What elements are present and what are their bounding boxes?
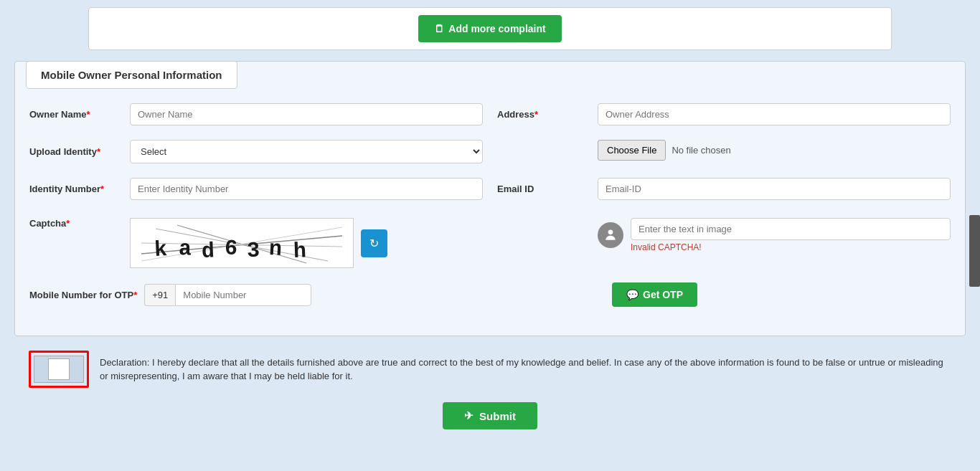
captcha-input-group: Captcha Input Invalid CAPTCHA! [497, 214, 951, 252]
no-file-text: No file chosen [672, 145, 730, 156]
form-card-header: Mobile Owner Personal Information [26, 61, 237, 89]
svg-text:k: k [154, 237, 168, 262]
scrollbar[interactable] [969, 215, 980, 287]
declaration-text: Declaration: I hereby declare that all t… [100, 356, 951, 384]
captcha-label: Captcha* [29, 218, 123, 229]
captcha-required: * [66, 218, 70, 229]
svg-point-13 [608, 230, 613, 235]
mobile-number-label: Mobile Number for OTP* [29, 290, 137, 300]
row-owner-address: Owner Name* Address* [29, 103, 951, 125]
captcha-svg: k a d 6 3 n h [141, 222, 342, 265]
add-complaint-label: Add more complaint [448, 22, 545, 35]
owner-name-group: Owner Name* [29, 103, 483, 125]
address-input[interactable] [598, 103, 951, 125]
upload-identity-group: Upload Identity* Select Aadhar Card PAN … [29, 140, 483, 163]
identity-number-group: Identity Number* [29, 178, 483, 200]
row-captcha: Captcha* k [29, 214, 951, 268]
row-mobile-otp: Mobile Number for OTP* +91 OTP 💬 Get OTP [29, 282, 951, 307]
add-complaint-button[interactable]: 🗒 Add more complaint [418, 15, 561, 42]
doc-icon: 🗒 [434, 22, 444, 35]
owner-name-input[interactable] [130, 103, 483, 125]
email-group: Email ID [497, 178, 951, 200]
invalid-captcha-message: Invalid CAPTCHA! [631, 242, 951, 252]
mobile-number-required: * [133, 290, 137, 300]
svg-text:h: h [293, 239, 306, 264]
identity-number-required: * [100, 184, 104, 194]
form-title: Mobile Owner Personal Information [41, 69, 222, 81]
owner-name-label: Owner Name* [29, 109, 123, 120]
captcha-refresh-button[interactable]: ↻ [361, 229, 387, 257]
identity-number-label: Identity Number* [29, 184, 123, 194]
address-required: * [534, 109, 538, 120]
captcha-input-wrapper: Invalid CAPTCHA! [631, 218, 951, 252]
form-body: Owner Name* Address* Upload Identity* [15, 103, 965, 307]
mobile-input-group: +91 [144, 284, 311, 306]
captcha-text-group: Invalid CAPTCHA! [598, 218, 951, 252]
get-otp-label: Get OTP [643, 289, 683, 300]
declaration-area: Declaration: I hereby declare that all t… [14, 351, 966, 388]
captcha-image: k a d 6 3 n h [130, 218, 354, 268]
upload-identity-label: Upload Identity* [29, 146, 123, 157]
toggle-checkbox[interactable] [48, 358, 70, 380]
submit-label: Submit [479, 410, 516, 422]
submit-area: ✈ Submit [14, 402, 966, 429]
page-wrapper: 🗒 Add more complaint Mobile Owner Person… [0, 0, 980, 458]
address-group: Address* [497, 103, 951, 125]
captcha-text-input[interactable] [631, 218, 951, 240]
svg-text:a: a [178, 237, 192, 262]
file-upload-group: Filler Choose File No file chosen [497, 140, 951, 161]
email-label: Email ID [497, 184, 590, 194]
upload-identity-required: * [97, 146, 100, 157]
row-identity-file: Upload Identity* Select Aadhar Card PAN … [29, 140, 951, 163]
mobile-number-input[interactable] [175, 284, 311, 306]
choose-file-button[interactable]: Choose File [598, 140, 666, 161]
upload-identity-select[interactable]: Select Aadhar Card PAN Card Passport Vot… [130, 140, 483, 163]
checkbox-inner [34, 356, 84, 383]
country-code: +91 [144, 284, 175, 306]
person-icon [598, 222, 623, 248]
svg-text:d: d [201, 239, 215, 264]
mobile-number-group: Mobile Number for OTP* +91 [29, 284, 483, 306]
address-label: Address* [497, 109, 590, 120]
svg-text:n: n [268, 237, 283, 262]
get-otp-button[interactable]: 💬 Get OTP [612, 282, 697, 307]
top-button-area: 🗒 Add more complaint [14, 7, 966, 50]
form-card: Mobile Owner Personal Information Owner … [14, 61, 966, 336]
chat-icon: 💬 [626, 289, 639, 300]
captcha-group: Captcha* k [29, 214, 483, 268]
otp-button-group: OTP 💬 Get OTP [497, 282, 951, 307]
identity-number-input[interactable] [130, 178, 483, 200]
choose-file-label: Choose File [607, 145, 656, 156]
email-input[interactable] [598, 178, 951, 200]
submit-icon: ✈ [464, 409, 473, 422]
row-idnumber-email: Identity Number* Email ID [29, 178, 951, 200]
svg-text:3: 3 [247, 239, 260, 263]
owner-name-required: * [86, 109, 90, 120]
svg-text:6: 6 [224, 236, 238, 261]
file-upload-control: Choose File No file chosen [598, 140, 731, 161]
captcha-section: k a d 6 3 n h ↻ [130, 218, 387, 268]
refresh-icon: ↻ [369, 237, 379, 249]
checkbox-container [29, 351, 89, 388]
submit-button[interactable]: ✈ Submit [443, 402, 537, 429]
